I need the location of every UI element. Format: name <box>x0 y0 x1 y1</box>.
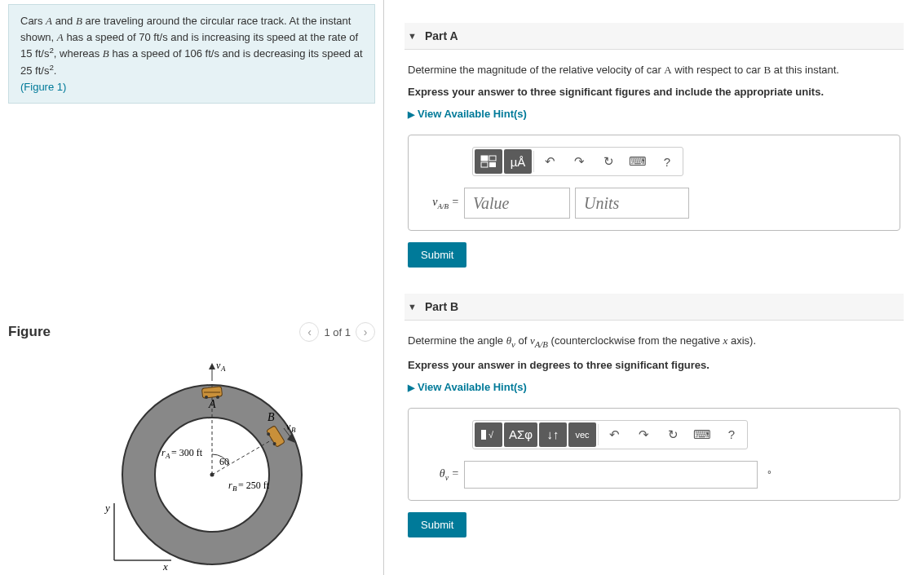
vector-button[interactable]: vec <box>568 422 596 447</box>
problem-statement: Cars A and B are traveling around the ci… <box>8 4 375 104</box>
redo-icon[interactable]: ↷ <box>630 422 657 447</box>
templates-icon[interactable]: √ <box>475 422 502 447</box>
svg-text:A: A <box>220 365 226 373</box>
svg-rect-36 <box>489 162 496 167</box>
svg-text:√: √ <box>489 430 494 440</box>
svg-rect-37 <box>481 430 486 440</box>
part-b-submit-button[interactable]: Submit <box>408 512 466 537</box>
part-a-title: Part A <box>425 29 458 42</box>
figure-link[interactable]: (Figure 1) <box>20 81 66 93</box>
part-b-title: Part B <box>425 300 458 313</box>
part-b-question: Determine the angle θv of vA/B (counterc… <box>408 334 900 351</box>
units-button[interactable]: µÅ <box>504 149 532 174</box>
svg-text:A: A <box>165 452 170 460</box>
part-a-question: Determine the magnitude of the relative … <box>408 63 900 77</box>
part-b-toolbar: √ ΑΣφ ↓↑ vec ↶ ↷ ↻ ⌨ ? <box>472 420 748 449</box>
part-a-answer-box: µÅ ↶ ↷ ↻ ⌨ ? vA/B = <box>408 135 900 231</box>
part-b-instructions: Express your answer in degrees to three … <box>408 359 900 371</box>
svg-text:B: B <box>267 411 275 423</box>
templates-icon[interactable] <box>475 149 502 174</box>
part-a-toolbar: µÅ ↶ ↷ ↻ ⌨ ? <box>472 147 683 176</box>
part-a-header[interactable]: ▼ Part A <box>405 23 904 50</box>
keyboard-icon[interactable]: ⌨ <box>688 422 716 447</box>
svg-rect-33 <box>481 156 488 161</box>
collapse-icon: ▼ <box>408 31 417 41</box>
part-a-hints-link[interactable]: ▶View Available Hint(s) <box>408 108 527 120</box>
collapse-icon: ▼ <box>408 302 417 312</box>
svg-text:B: B <box>232 484 237 493</box>
reset-icon[interactable]: ↻ <box>595 149 622 174</box>
part-b-header[interactable]: ▼ Part B <box>405 294 904 321</box>
undo-icon[interactable]: ↶ <box>600 422 628 447</box>
subscript-icon[interactable]: ↓↑ <box>539 422 567 447</box>
svg-rect-35 <box>481 162 488 167</box>
prev-figure-button[interactable]: ‹ <box>299 322 319 342</box>
undo-icon[interactable]: ↶ <box>536 149 564 174</box>
svg-text:A: A <box>208 398 216 410</box>
help-icon[interactable]: ? <box>718 422 745 447</box>
part-a-instructions: Express your answer to three significant… <box>408 86 900 98</box>
redo-icon[interactable]: ↷ <box>565 149 593 174</box>
part-b-eq-label: θv = <box>423 467 459 482</box>
part-a-units-input[interactable] <box>575 188 689 219</box>
greek-button[interactable]: ΑΣφ <box>504 422 537 447</box>
svg-marker-13 <box>209 363 215 369</box>
help-icon[interactable]: ? <box>653 149 681 174</box>
part-a-value-input[interactable] <box>464 188 570 219</box>
svg-point-8 <box>216 396 219 399</box>
figure-pager: ‹ 1 of 1 › <box>299 322 375 342</box>
svg-text:= 300 ft: = 300 ft <box>171 447 203 458</box>
part-a-submit-button[interactable]: Submit <box>408 242 466 268</box>
part-b-hints-link[interactable]: ▶View Available Hint(s) <box>408 381 527 393</box>
part-b-answer-box: √ ΑΣφ ↓↑ vec ↶ ↷ ↻ ⌨ ? θv = ° <box>408 408 900 501</box>
part-a-eq-label: vA/B = <box>423 196 459 210</box>
svg-text:= 250 ft: = 250 ft <box>238 480 270 491</box>
svg-rect-34 <box>489 156 496 161</box>
figure-heading: Figure <box>8 324 51 340</box>
svg-text:y: y <box>104 502 110 514</box>
reset-icon[interactable]: ↻ <box>659 422 687 447</box>
svg-point-7 <box>205 396 208 399</box>
svg-text:x: x <box>162 560 168 573</box>
part-b-value-input[interactable] <box>464 461 758 489</box>
next-figure-button[interactable]: › <box>356 322 375 342</box>
figure-diagram: v A A B v B r A = 300 ft 60 r B = 250 ft… <box>8 356 375 575</box>
figure-page-count: 1 of 1 <box>324 326 351 338</box>
svg-text:60: 60 <box>219 456 229 467</box>
svg-text:B: B <box>291 426 296 434</box>
keyboard-icon[interactable]: ⌨ <box>624 149 652 174</box>
degree-symbol: ° <box>767 469 771 480</box>
